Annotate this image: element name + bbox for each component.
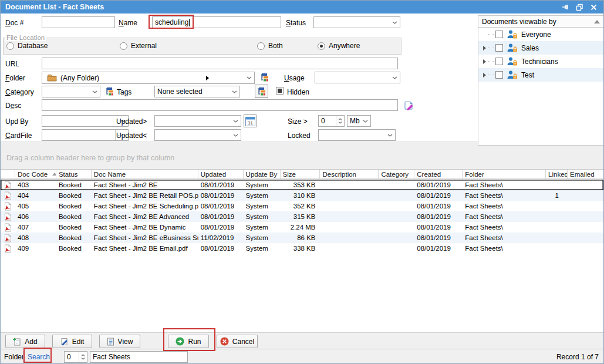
cancel-button[interactable]: Cancel [217, 335, 258, 348]
desc-input[interactable] [42, 99, 398, 111]
table-row[interactable]: 409BookedFact Sheet - Jim2 BE Email.pdf0… [1, 243, 603, 254]
cancel-icon [220, 337, 229, 346]
edit-button[interactable]: Edit [52, 335, 92, 348]
expander-icon[interactable] [481, 46, 488, 50]
radio-database[interactable]: Database [6, 42, 48, 50]
table-row[interactable]: 408BookedFact Sheet - Jim2 BE eBusiness … [1, 232, 603, 243]
pdf-file-icon [1, 211, 15, 222]
category-select[interactable] [42, 86, 100, 97]
close-button[interactable] [588, 2, 599, 12]
desc-label: Desc [5, 102, 21, 110]
desc-edit-button[interactable] [403, 100, 414, 112]
tags-select[interactable]: None selected [154, 86, 240, 97]
restore-button[interactable] [574, 2, 585, 12]
tree-item-checkbox[interactable] [495, 31, 503, 38]
table-row[interactable]: 404BookedFact Sheet - Jim2 BE Retail POS… [1, 190, 603, 201]
status-select[interactable] [313, 16, 400, 28]
updated-before-select[interactable] [154, 129, 241, 141]
cell-doc-name: Fact Sheet - Jim2 BE Retail POS.pdf [92, 190, 198, 201]
cell-folder: Fact Sheets\ [463, 211, 546, 222]
size-unit-select[interactable]: Mb [347, 115, 371, 127]
radio-both[interactable]: Both [257, 42, 283, 50]
cell-doc-name: Fact Sheet - Jim2 BE Scheduling.pdf [92, 201, 198, 211]
expander-icon[interactable] [481, 59, 488, 64]
column-header-doc-code[interactable]: Doc Code [15, 170, 56, 178]
column-header-emailed[interactable]: Emailed [568, 170, 603, 178]
cell-description [320, 201, 379, 211]
table-row[interactable]: 405BookedFact Sheet - Jim2 BE Scheduling… [1, 201, 603, 211]
name-input[interactable]: scheduling [152, 16, 281, 28]
user-group-icon [507, 43, 518, 52]
tree-item-sales[interactable]: Sales [478, 41, 603, 55]
pdf-file-icon [1, 232, 15, 243]
expander-icon[interactable] [481, 73, 488, 77]
usage-select[interactable] [315, 72, 400, 83]
radio-anywhere[interactable]: Anywhere [318, 42, 360, 50]
category-tree-button[interactable] [103, 85, 116, 97]
chevron-down-icon [231, 116, 241, 126]
table-row[interactable]: 407BookedFact Sheet - Jim2 BE Dynamic08/… [1, 222, 603, 232]
radio-external[interactable]: External [120, 42, 157, 50]
calendar-button[interactable]: 31 [244, 114, 257, 127]
cardfile-input[interactable]: ··· [42, 129, 129, 141]
close-icon [590, 4, 597, 11]
column-header-description[interactable]: Description [320, 170, 379, 178]
cancel-button-label: Cancel [232, 338, 254, 346]
tree-item-checkbox[interactable] [495, 58, 503, 65]
tree-panel-header[interactable]: Documents viewable by [478, 16, 603, 28]
cell-linked [546, 201, 568, 211]
tree-item-technicians[interactable]: Technicians [478, 55, 603, 68]
view-button[interactable]: View [99, 335, 140, 348]
add-icon [13, 338, 21, 346]
cell-status: Booked [56, 201, 92, 211]
pin-button[interactable] [560, 2, 571, 12]
pdf-file-icon [1, 243, 15, 254]
folder-tree-button[interactable] [258, 71, 271, 84]
edit-icon [60, 338, 69, 346]
tags-tree-button[interactable] [255, 85, 268, 98]
column-header-size[interactable]: Size [281, 170, 320, 178]
cell-size: 338 KB [281, 243, 320, 254]
tree-connector [488, 61, 494, 62]
size-spinner[interactable]: 0 [318, 115, 345, 127]
column-header-category[interactable]: Category [379, 170, 414, 178]
column-header-icon[interactable] [1, 170, 15, 178]
hidden-checkbox[interactable] [276, 87, 284, 95]
tree-item-checkbox[interactable] [495, 44, 503, 52]
search-link[interactable]: Search [28, 353, 50, 361]
locked-select[interactable] [318, 129, 396, 141]
folder-combo[interactable]: (Any Folder) [42, 72, 255, 84]
file-location-legend: File Location [5, 34, 46, 41]
column-header-updated[interactable]: Updated [198, 170, 244, 178]
radio-icon [318, 42, 325, 50]
folder-level-spinner[interactable]: 0 [64, 351, 87, 363]
column-header-linked[interactable]: Linked [546, 170, 568, 178]
run-button[interactable]: Run [168, 335, 209, 348]
tree-item-checkbox[interactable] [495, 71, 503, 79]
table-row[interactable]: 403BookedFact Sheet - Jim2 BE08/01/2019S… [1, 180, 603, 190]
column-header-update-by[interactable]: Update By [244, 170, 281, 178]
upd-by-select[interactable] [42, 115, 129, 127]
tree-item-test[interactable]: Test [478, 68, 603, 82]
spin-down-icon [338, 122, 342, 124]
updated-after-select[interactable] [154, 115, 241, 127]
cell-status: Booked [56, 190, 92, 201]
spinner-arrows[interactable] [336, 116, 344, 126]
cell-doc-code: 406 [15, 211, 56, 222]
column-header-folder[interactable]: Folder [463, 170, 546, 178]
sort-ascending-icon [52, 173, 56, 176]
cell-folder: Fact Sheets\ [463, 201, 546, 211]
column-header-created[interactable]: Created [414, 170, 463, 178]
calendar-icon: 31 [245, 116, 255, 126]
column-header-doc-name[interactable]: Doc Name [92, 170, 198, 178]
cell-doc-name: Fact Sheet - Jim2 BE eBusiness Suite [92, 232, 198, 243]
folder-search-input[interactable]: Fact Sheets [90, 351, 188, 363]
table-row[interactable]: 406BookedFact Sheet - Jim2 BE Advanced08… [1, 211, 603, 222]
text-caret [189, 19, 190, 26]
doc-number-input[interactable] [42, 16, 115, 28]
tree-item-everyone[interactable]: Everyone [478, 28, 603, 41]
column-header-status[interactable]: Status [56, 170, 92, 178]
add-button[interactable]: Add [5, 335, 45, 348]
url-input[interactable] [42, 58, 398, 69]
spinner-arrows[interactable] [79, 352, 87, 362]
